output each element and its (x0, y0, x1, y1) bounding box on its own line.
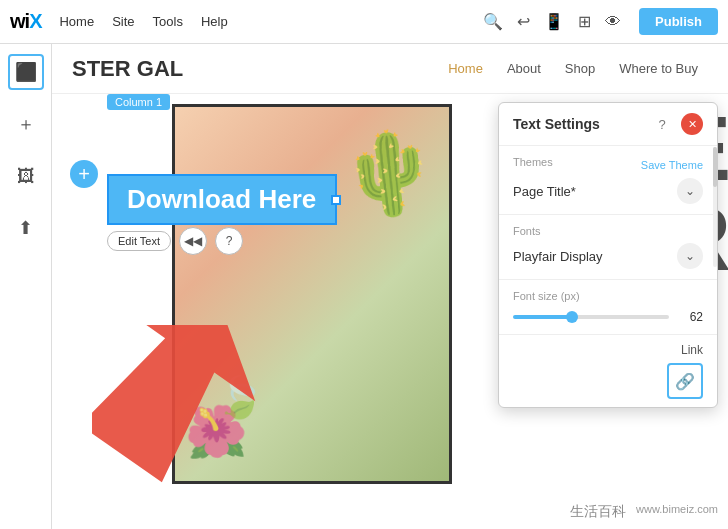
site-url: www.bimeiz.com (636, 503, 718, 521)
edit-text-button[interactable]: Edit Text (107, 231, 171, 251)
grid-icon[interactable]: ⊞ (578, 12, 591, 31)
nav-tools[interactable]: Tools (153, 14, 183, 29)
site-nav-shop[interactable]: Shop (565, 61, 595, 76)
site-navbar: STER GAL Home About Shop Where to Buy (52, 44, 728, 94)
site-logo: STER GAL (72, 56, 448, 82)
themes-label: Themes (513, 156, 553, 168)
themes-row: Themes Save Theme (513, 156, 703, 174)
slider-row: 62 (513, 310, 703, 324)
fonts-label: Fonts (513, 225, 703, 237)
font-size-section: Font size (px) 62 (499, 280, 717, 335)
link-button[interactable]: 🔗 (667, 363, 703, 399)
main-area: ⬛ ＋ 🖼 ⬆ STER GAL Home About Shop Where t… (0, 44, 728, 529)
publish-button[interactable]: Publish (639, 8, 718, 35)
add-element-button[interactable]: + (70, 160, 98, 188)
page-title-value: Page Title* (513, 184, 576, 199)
help-button[interactable]: ? (215, 227, 243, 255)
text-settings-panel: Text Settings ? ✕ Themes Save Theme Page… (498, 102, 718, 408)
sidebar-add-btn[interactable]: ＋ (8, 106, 44, 142)
search-icon[interactable]: 🔍 (483, 12, 503, 31)
main-toolbar: wiX Home Site Tools Help 🔍 ↩ 📱 ⊞ 👁 Publi… (0, 0, 728, 44)
toolbar-nav: Home Site Tools Help (59, 14, 227, 29)
link-icon: 🔗 (675, 372, 695, 391)
slider-thumb[interactable] (566, 311, 578, 323)
site-nav-where[interactable]: Where to Buy (619, 61, 698, 76)
sidebar-upload-btn[interactable]: ⬆ (8, 210, 44, 246)
save-theme-link[interactable]: Save Theme (641, 159, 703, 171)
panel-scrollbar[interactable] (713, 147, 717, 267)
nav-help[interactable]: Help (201, 14, 228, 29)
panel-close-button[interactable]: ✕ (681, 113, 703, 135)
page-title-row: Page Title* ⌄ (513, 178, 703, 204)
link-label: Link (513, 343, 703, 357)
sidebar-pages-btn[interactable]: ⬛ (8, 54, 44, 90)
font-value: Playfair Display (513, 249, 603, 264)
panel-controls: ? ✕ (651, 113, 703, 135)
nav-site[interactable]: Site (112, 14, 134, 29)
font-size-value: 62 (679, 310, 703, 324)
edit-text-bar: Edit Text ◀◀ ? (107, 227, 243, 255)
link-section: Link 🔗 (499, 335, 717, 407)
column-label: Column 1 (107, 94, 170, 110)
panel-help-button[interactable]: ? (651, 113, 673, 135)
canvas: STER GAL Home About Shop Where to Buy 🌵 … (52, 44, 728, 529)
themes-section: Themes Save Theme Page Title* ⌄ (499, 146, 717, 215)
prev-nav-button[interactable]: ◀◀ (179, 227, 207, 255)
panel-title: Text Settings (513, 116, 600, 132)
download-text-box[interactable]: Download Here (107, 174, 337, 225)
font-size-slider[interactable] (513, 315, 669, 319)
site-nav: Home About Shop Where to Buy (448, 61, 698, 76)
themes-dropdown[interactable]: ⌄ (677, 178, 703, 204)
sidebar-media-btn[interactable]: 🖼 (8, 158, 44, 194)
background-image: 🌵 🌺 🍃 (172, 104, 452, 484)
leaf-decoration: 🍃 (215, 374, 265, 421)
wix-logo: wiX (10, 10, 41, 33)
cactus-decoration: 🌵 (335, 123, 443, 225)
toolbar-icons: 🔍 ↩ 📱 ⊞ 👁 (483, 12, 621, 31)
left-sidebar: ⬛ ＋ 🖼 ⬆ (0, 44, 52, 529)
font-dropdown[interactable]: ⌄ (677, 243, 703, 269)
panel-scroll-thumb (713, 147, 717, 187)
chinese-text: 生活百科 (570, 503, 626, 521)
font-size-label: Font size (px) (513, 290, 703, 302)
fonts-section: Fonts Playfair Display ⌄ (499, 215, 717, 280)
eye-icon[interactable]: 👁 (605, 13, 621, 31)
watermark: 生活百科 www.bimeiz.com (570, 503, 718, 521)
panel-header: Text Settings ? ✕ (499, 103, 717, 146)
site-nav-home[interactable]: Home (448, 61, 483, 76)
download-text: Download Here (127, 184, 316, 214)
site-nav-about[interactable]: About (507, 61, 541, 76)
font-row: Playfair Display ⌄ (513, 243, 703, 269)
undo-icon[interactable]: ↩ (517, 12, 530, 31)
nav-home[interactable]: Home (59, 14, 94, 29)
resize-handle[interactable] (331, 195, 341, 205)
mobile-icon[interactable]: 📱 (544, 12, 564, 31)
